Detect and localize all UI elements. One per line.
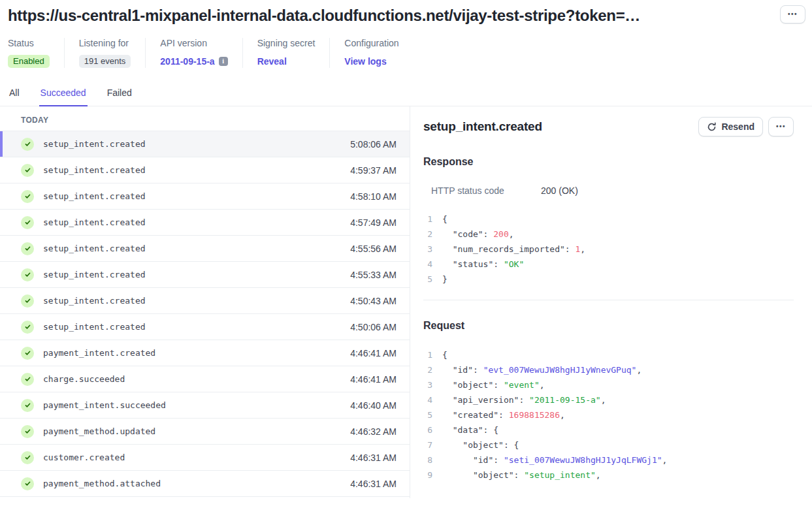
event-row[interactable]: setup_intent.created4:55:33 AM [0,262,410,288]
event-time: 4:57:49 AM [350,217,397,228]
line-number: 7 [423,437,432,452]
code-token: "object": [442,380,504,390]
code-token: "object": [442,470,524,480]
event-name: payment_method.updated [43,426,350,436]
event-name: setup_intent.created [43,139,350,149]
event-name: setup_intent.created [43,191,350,201]
event-time: 4:46:31 AM [350,452,397,463]
code-text: "object": "event", [442,377,545,392]
event-time: 4:58:10 AM [350,191,397,202]
code-token: "evt_007WewuJW8hgHJ1yWnevGPuq" [483,365,637,375]
resend-button[interactable]: Resend [698,117,763,136]
http-status-label: HTTP status code [431,185,541,196]
event-name: charge.succeeded [43,374,350,384]
event-time: 4:55:56 AM [350,244,397,254]
event-name: customer.created [43,452,350,462]
summary-item-label: API version [160,38,227,48]
check-icon [21,268,34,281]
event-row[interactable]: payment_method.updated4:46:32 AM [0,419,410,445]
code-text: "id": "evt_007WewuJW8hgHJ1yWnevGPuq", [442,362,641,377]
section-divider [423,300,794,300]
event-row[interactable]: charge.succeeded4:46:41 AM [0,366,410,392]
event-row[interactable]: setup_intent.created4:57:49 AM [0,210,410,236]
tab-all[interactable]: All [8,84,21,106]
summary-item-value: View logs [344,54,398,68]
code-token: "id": [442,455,504,465]
code-token: , [662,455,668,465]
event-name: setup_intent.created [43,217,350,227]
event-row[interactable]: setup_intent.created4:50:06 AM [0,314,410,340]
summary-item-signing-secret: Signing secretReveal [242,38,330,68]
summary-item-value: 191 events [79,54,131,68]
check-icon [21,399,34,412]
line-number: 2 [423,227,432,242]
2011-09-15-a-link[interactable]: 2011-09-15-a [160,56,214,67]
summary-item-label: Status [8,38,50,48]
check-icon [21,321,34,334]
line-number: 8 [423,452,432,468]
event-row[interactable]: setup_intent.created4:55:56 AM [0,236,410,262]
code-line: 4 "status": "OK" [423,257,794,272]
filter-tabs: AllSucceededFailed [0,84,812,106]
tab-failed[interactable]: Failed [106,84,133,106]
check-icon [21,138,34,151]
main-split: TODAY setup_intent.created5:08:06 AMsetu… [0,106,812,498]
event-row[interactable]: payment_method.attached4:46:31 AM [0,471,410,497]
summary-item-configuration: ConfigurationView logs [329,38,413,68]
event-time: 4:55:33 AM [350,270,397,280]
code-token: "event" [504,380,540,390]
view-logs-link[interactable]: View logs [344,56,386,67]
refresh-icon [707,122,717,132]
event-time: 4:46:41 AM [350,348,397,358]
event-row[interactable]: payment_intent.created4:46:41 AM [0,340,410,366]
code-token: "status": [442,259,504,269]
request-heading: Request [423,320,794,332]
check-icon [21,294,34,308]
reveal-link[interactable]: Reveal [257,56,287,67]
line-number: 4 [423,392,432,407]
code-text: } [442,272,447,287]
event-row[interactable]: setup_intent.created4:59:37 AM [0,157,410,183]
event-detail-title: setup_intent.created [423,119,542,134]
code-token: } [442,274,447,284]
code-line: 1{ [423,347,794,362]
code-token: , [509,229,514,239]
code-line: 2 "id": "evt_007WewuJW8hgHJ1yWnevGPuq", [423,362,794,377]
code-token: , [580,244,585,254]
detail-overflow-button[interactable]: ••• [768,117,794,136]
event-row[interactable]: setup_intent.created4:50:43 AM [0,288,410,314]
event-name: setup_intent.created [43,270,350,279]
response-code-block: 1{2 "code": 200,3 "num_records_imported"… [423,212,794,287]
code-line: 2 "code": 200, [423,227,794,242]
code-text: "code": 200, [442,227,514,242]
code-token: 200 [493,229,508,239]
event-time: 4:46:41 AM [350,374,397,385]
code-token: "setup_intent" [524,470,596,480]
summary-item-label: Listening for [79,38,131,48]
event-time: 4:50:43 AM [350,296,397,306]
summary-item-value: Reveal [257,54,316,68]
code-line: 3 "num_records_imported": 1, [423,242,794,257]
code-text: { [442,212,447,227]
check-icon [21,190,34,203]
code-token: { [442,214,447,224]
line-number: 1 [423,212,432,227]
summary-row: StatusEnabledListening for191 eventsAPI … [0,38,812,68]
event-row[interactable]: payment_intent.succeeded4:46:40 AM [0,392,410,419]
line-number: 2 [423,362,432,377]
event-row[interactable]: setup_intent.created5:08:06 AM [0,131,410,157]
event-detail-header: setup_intent.created Resend ••• [423,117,794,136]
header-overflow-button[interactable]: ••• [780,5,805,24]
tab-succeeded[interactable]: Succeeded [39,84,88,106]
http-status-value: 200 (OK) [541,185,578,196]
response-heading: Response [423,156,794,168]
event-name: payment_method.attached [43,479,350,488]
event-row[interactable]: customer.created4:46:31 AM [0,445,410,471]
summary-item-label: Configuration [344,38,398,48]
event-row[interactable]: setup_intent.created4:58:10 AM [0,183,410,210]
code-text: "created": 1698815286, [442,407,565,422]
summary-item-listening-for: Listening for191 events [64,38,146,68]
code-text: "num_records_imported": 1, [442,242,585,257]
event-time: 4:46:40 AM [350,400,397,411]
ellipsis-icon: ••• [788,10,798,19]
